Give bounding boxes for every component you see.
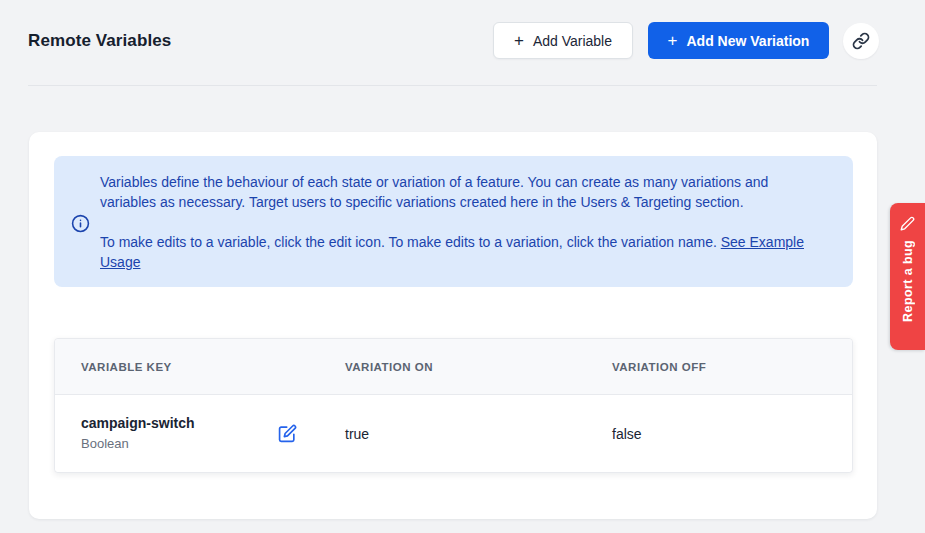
add-new-variation-button[interactable]: + Add New Variation [648, 22, 829, 59]
pencil-icon [900, 216, 915, 231]
header-divider [28, 85, 877, 86]
add-variable-label: Add Variable [533, 33, 612, 49]
add-new-variation-label: Add New Variation [687, 33, 810, 49]
page-title: Remote Variables [28, 31, 171, 51]
variables-table: VARIABLE KEY VARIATION ON VARIATION OFF … [54, 338, 853, 473]
variable-key-name: campaign-switch [81, 414, 195, 433]
column-header-variation-off: VARIATION OFF [612, 361, 852, 373]
screen: Remote Variables + Add Variable + Add Ne… [0, 0, 925, 533]
report-a-bug-label: Report a bug [901, 240, 915, 322]
link-icon [852, 32, 870, 50]
content-card: Variables define the behaviour of each s… [29, 132, 877, 519]
edit-variable-button[interactable] [278, 424, 297, 443]
info-paragraph-2-text: To make edits to a variable, click the e… [100, 234, 717, 250]
column-header-variation-on: VARIATION ON [345, 361, 612, 373]
copy-link-button[interactable] [843, 23, 879, 59]
column-header-variable-key: VARIABLE KEY [81, 361, 345, 373]
info-paragraph-2: To make edits to a variable, click the e… [100, 232, 827, 272]
info-paragraph-1: Variables define the behaviour of each s… [100, 172, 827, 212]
variation-off-value: false [612, 426, 852, 442]
plus-icon: + [668, 32, 678, 49]
edit-icon [278, 424, 297, 443]
variation-on-value: true [345, 426, 612, 442]
variable-key-cell: campaign-switch Boolean [81, 414, 345, 453]
variable-type: Boolean [81, 434, 195, 453]
variable-key-block: campaign-switch Boolean [81, 414, 195, 453]
info-banner-text: Variables define the behaviour of each s… [100, 172, 827, 272]
table-row: campaign-switch Boolean true false [55, 395, 852, 472]
info-banner: Variables define the behaviour of each s… [54, 156, 853, 287]
info-icon [71, 214, 90, 233]
report-a-bug-tab[interactable]: Report a bug [890, 203, 925, 350]
table-header-row: VARIABLE KEY VARIATION ON VARIATION OFF [55, 339, 852, 395]
add-variable-button[interactable]: + Add Variable [493, 22, 633, 59]
plus-icon: + [514, 32, 524, 49]
